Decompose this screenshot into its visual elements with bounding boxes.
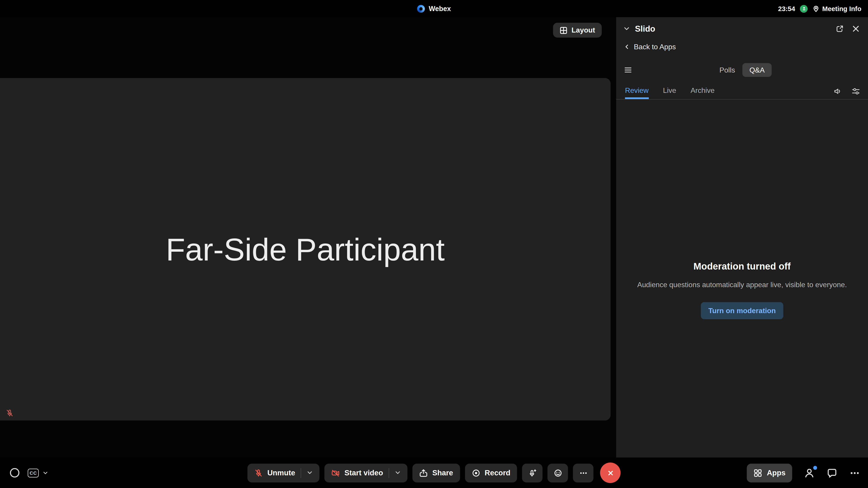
mic-muted-icon (254, 468, 263, 477)
top-bar-right: 23:54 Meeting Info (778, 0, 861, 17)
unmute-label: Unmute (268, 468, 295, 477)
voice-assistant-button[interactable] (522, 463, 542, 482)
slido-panel: Slido Back to Apps Polls Q&A Review Live… (616, 17, 868, 457)
qa-subtabs: Review Live Archive (616, 84, 868, 100)
back-to-apps-label: Back to Apps (634, 43, 676, 51)
collapse-chevron-icon[interactable] (623, 25, 630, 32)
moderation-description: Audience questions automatically appear … (637, 281, 847, 289)
participant-muted-mic-icon (5, 409, 14, 417)
reactions-button[interactable] (548, 463, 568, 482)
start-video-label: Start video (344, 468, 383, 477)
tab-qa[interactable]: Q&A (742, 63, 772, 77)
apps-button[interactable]: Apps (747, 463, 792, 482)
slido-tabs: Polls Q&A (616, 63, 868, 77)
participants-icon (804, 467, 815, 478)
presence-avatar[interactable] (800, 5, 808, 12)
participant-name: Far-Side Participant (166, 231, 445, 267)
end-call-x-icon (607, 469, 614, 477)
moderation-empty-state: Moderation turned off Audience questions… (616, 100, 868, 319)
subtab-review[interactable]: Review (625, 84, 649, 99)
turn-on-moderation-button[interactable]: Turn on moderation (701, 302, 783, 319)
ellipsis-icon (579, 468, 587, 477)
end-call-button[interactable] (600, 462, 621, 483)
close-panel-icon[interactable] (852, 25, 860, 32)
app-branding: Webex (417, 0, 451, 17)
cc-icon: CC (28, 468, 39, 477)
moderation-title: Moderation turned off (693, 261, 791, 272)
divider (301, 468, 301, 478)
qa-toolbar (833, 84, 860, 99)
layout-button-label: Layout (571, 26, 595, 34)
top-bar: Webex 23:54 Meeting Info (0, 0, 868, 17)
present-mode-icon[interactable] (833, 87, 842, 96)
record-icon (471, 468, 480, 477)
chevron-left-icon (624, 43, 630, 50)
webex-meeting-window: Webex 23:54 Meeting Info Layout Far-Side… (0, 0, 868, 488)
self-view-circle-icon[interactable] (9, 467, 20, 479)
location-pin-icon (813, 5, 819, 12)
grid-layout-icon (560, 26, 567, 34)
layout-button[interactable]: Layout (553, 23, 602, 37)
chat-bubble-icon (827, 467, 837, 478)
divider (389, 468, 389, 478)
back-to-apps-button[interactable]: Back to Apps (616, 33, 868, 51)
start-video-button[interactable]: Start video (324, 463, 408, 482)
control-bar-right: Apps (747, 463, 860, 482)
more-ellipsis-icon (849, 467, 860, 478)
share-button[interactable]: Share (412, 463, 460, 482)
video-options-chevron-icon[interactable] (395, 470, 401, 476)
video-stage: Layout Far-Side Participant (0, 17, 616, 457)
meeting-info-label: Meeting Info (822, 5, 862, 12)
filter-settings-icon[interactable] (851, 87, 860, 96)
camera-off-icon (331, 468, 340, 477)
closed-captions-button[interactable]: CC (28, 468, 48, 477)
cc-chevron-icon (43, 470, 48, 475)
record-button[interactable]: Record (465, 463, 517, 482)
user-icon (802, 6, 807, 11)
panel-title: Slido (635, 24, 655, 33)
share-label: Share (432, 468, 453, 477)
assistant-mic-icon (528, 468, 537, 477)
webex-logo-icon (417, 5, 425, 12)
control-bar: CC Unmute Start video (0, 457, 868, 488)
tab-polls[interactable]: Polls (712, 63, 742, 77)
subtab-live[interactable]: Live (663, 84, 676, 99)
participant-video-tile: Far-Side Participant (0, 78, 611, 420)
participants-notification-dot (813, 466, 817, 469)
apps-label: Apps (767, 468, 785, 477)
participants-button[interactable] (804, 467, 815, 478)
app-title: Webex (429, 5, 451, 12)
control-bar-center: Unmute Start video Share Record (248, 462, 621, 483)
more-panels-button[interactable] (849, 467, 860, 478)
apps-grid-icon (754, 468, 763, 477)
control-bar-left: CC (9, 467, 49, 479)
unmute-options-chevron-icon[interactable] (307, 470, 313, 476)
chat-button[interactable] (827, 467, 837, 478)
smiley-icon (553, 468, 562, 477)
slido-panel-header: Slido (616, 17, 868, 33)
menu-hamburger-icon[interactable] (624, 66, 632, 74)
panel-header-actions (836, 25, 860, 32)
meeting-timer: 23:54 (778, 5, 795, 12)
open-in-new-window-icon[interactable] (836, 25, 844, 32)
more-options-button[interactable] (573, 463, 594, 482)
subtab-archive[interactable]: Archive (690, 84, 715, 99)
share-screen-icon (419, 468, 428, 477)
meeting-info-button[interactable]: Meeting Info (813, 5, 862, 12)
unmute-button[interactable]: Unmute (248, 463, 320, 482)
record-label: Record (485, 468, 510, 477)
